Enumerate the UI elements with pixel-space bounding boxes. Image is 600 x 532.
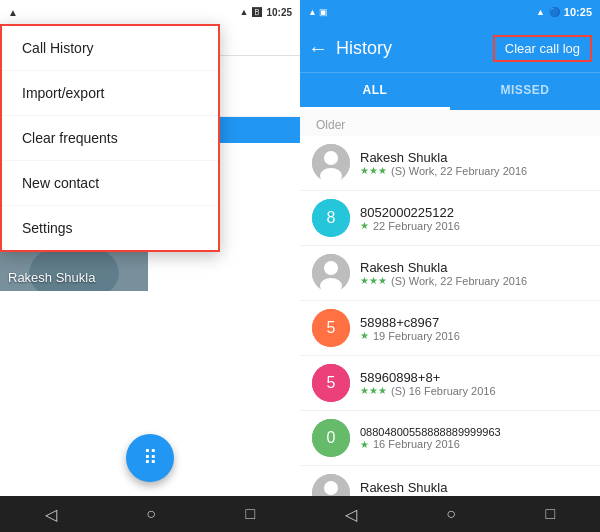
menu-item-clear-frequents[interactable]: Clear frequents (2, 116, 218, 161)
page-title: History (336, 38, 485, 59)
right-panel: ▲ ▣ ▲ 🔵 10:25 ← History Clear call log A… (300, 0, 600, 532)
list-item[interactable]: 5 58960898+8+ ★★★ (S) 16 February 2016 (300, 356, 600, 411)
dialpad-fab-button[interactable]: ⠿ (126, 434, 174, 482)
avatar (312, 254, 350, 292)
recent-nav-icon-left[interactable]: □ (246, 505, 256, 523)
history-item-name: 08804800558888889999963 (360, 426, 588, 438)
avatar (312, 144, 350, 182)
bluetooth-icon-right: 🔵 (549, 7, 560, 17)
history-item-name: Rakesh Shukla (360, 260, 588, 275)
signal-icon-left: ▲ (8, 7, 18, 18)
history-item-info: 58988+c8967 ★ 19 February 2016 (360, 315, 588, 342)
status-bar-right: ▲ ▣ ▲ 🔵 10:25 (300, 0, 600, 24)
nav-bar-right: ◁ ○ □ (300, 496, 600, 532)
menu-item-call-history[interactable]: Call History (2, 26, 218, 71)
svg-text:5: 5 (327, 319, 336, 336)
time-right: 10:25 (564, 6, 592, 18)
dialpad-icon: ⠿ (143, 446, 158, 470)
left-panel: ▲ ▲ 🅱 10:25 🔍 Rakesh Shu... ↗ Work, 22 F… (0, 0, 300, 532)
history-list: Older Rakesh Shukla ★★★ (S) Work, 22 Feb… (300, 110, 600, 532)
history-item-detail: ★★★ (S) Work, 22 February 2016 (360, 165, 588, 177)
back-nav-icon-left[interactable]: ◁ (45, 505, 57, 524)
history-item-detail: ★ 22 February 2016 (360, 220, 588, 232)
history-item-name: Rakesh Shukla (360, 480, 588, 495)
svg-point-16 (324, 261, 338, 275)
back-nav-icon-right[interactable]: ◁ (345, 505, 357, 524)
history-item-detail: ★ 19 February 2016 (360, 330, 588, 342)
list-item[interactable]: 0 08804800558888889999963 ★ 16 February … (300, 411, 600, 466)
history-item-name: 58988+c8967 (360, 315, 588, 330)
dropdown-menu: Call History Import/export Clear frequen… (0, 24, 220, 252)
svg-text:5: 5 (327, 374, 336, 391)
svg-text:0: 0 (327, 429, 336, 446)
list-item[interactable]: 8 8052000225122 ★ 22 February 2016 (300, 191, 600, 246)
star-icons: ★★★ (360, 275, 387, 286)
speed-dial-name: Rakesh Shukla (8, 270, 95, 285)
recent-nav-icon-right[interactable]: □ (546, 505, 556, 523)
history-item-detail: ★★★ (S) 16 February 2016 (360, 385, 588, 397)
menu-item-settings[interactable]: Settings (2, 206, 218, 250)
top-bar-right: ← History Clear call log (300, 24, 600, 72)
section-older: Older (300, 110, 600, 136)
history-item-info: 8052000225122 ★ 22 February 2016 (360, 205, 588, 232)
signal-bars-right: ▲ (536, 7, 545, 17)
svg-text:8: 8 (327, 209, 336, 226)
tabs-bar: ALL MISSED (300, 72, 600, 110)
star-icons: ★★★ (360, 165, 387, 176)
history-item-name: Rakesh Shukla (360, 150, 588, 165)
tab-missed[interactable]: MISSED (450, 73, 600, 110)
time-left: 10:25 (266, 7, 292, 18)
menu-item-import-export[interactable]: Import/export (2, 71, 218, 116)
history-item-name: 8052000225122 (360, 205, 588, 220)
signal-bars-left: ▲ (240, 7, 249, 17)
bluetooth-icon-left: 🅱 (252, 7, 262, 18)
history-item-info: Rakesh Shukla ★★★ (S) Work, 22 February … (360, 150, 588, 177)
home-nav-icon-right[interactable]: ○ (446, 505, 456, 523)
star-icons: ★ (360, 220, 369, 231)
status-bar-left: ▲ ▲ 🅱 10:25 (0, 0, 300, 24)
star-icons: ★ (360, 439, 369, 450)
svg-point-11 (324, 151, 338, 165)
history-item-info: Rakesh Shukla ★★★ (S) Work, 22 February … (360, 260, 588, 287)
history-item-detail: ★ 16 February 2016 (360, 438, 588, 450)
avatar: 8 (312, 199, 350, 237)
list-item[interactable]: Rakesh Shukla ★★★ (S) Work, 22 February … (300, 136, 600, 191)
menu-item-new-contact[interactable]: New contact (2, 161, 218, 206)
tab-all[interactable]: ALL (300, 73, 450, 110)
avatar: 0 (312, 419, 350, 457)
list-item[interactable]: Rakesh Shukla ★★★ (S) Work, 22 February … (300, 246, 600, 301)
star-icons: ★ (360, 330, 369, 341)
history-item-info: 08804800558888889999963 ★ 16 February 20… (360, 426, 588, 450)
avatar: 5 (312, 309, 350, 347)
svg-point-25 (324, 481, 338, 495)
home-nav-icon-left[interactable]: ○ (146, 505, 156, 523)
history-item-info: 58960898+8+ ★★★ (S) 16 February 2016 (360, 370, 588, 397)
notification-icon-right: ▣ (319, 7, 328, 17)
history-item-detail: ★★★ (S) Work, 22 February 2016 (360, 275, 588, 287)
clear-call-log-button[interactable]: Clear call log (493, 35, 592, 62)
star-icons: ★★★ (360, 385, 387, 396)
history-item-name: 58960898+8+ (360, 370, 588, 385)
avatar: 5 (312, 364, 350, 402)
list-item[interactable]: 5 58988+c8967 ★ 19 February 2016 (300, 301, 600, 356)
back-button[interactable]: ← (308, 37, 328, 60)
signal-icon-right: ▲ (308, 7, 317, 17)
nav-bar-left: ◁ ○ □ (0, 496, 300, 532)
